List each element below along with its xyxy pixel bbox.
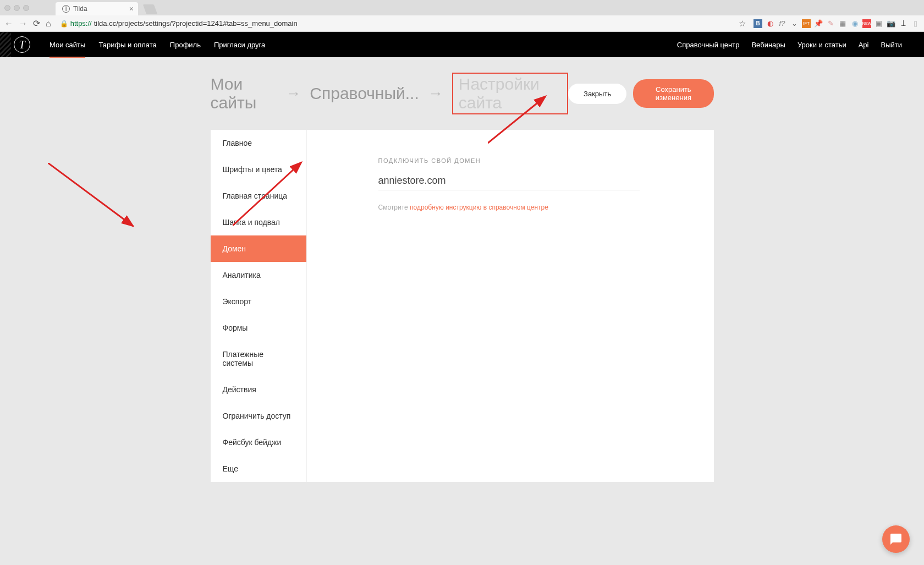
ext-icon-14[interactable]: ▯ [911, 19, 920, 28]
domain-field-label: ПОДКЛЮЧИТЬ СВОЙ ДОМЕН [378, 157, 681, 164]
ext-icon-2[interactable]: ◐ [766, 19, 774, 28]
lock-icon: 🔒 [60, 20, 68, 28]
sidebar-item-more[interactable]: Еще [211, 456, 306, 482]
help-prefix: Смотрите [378, 204, 410, 211]
pinterest-ext-icon[interactable]: 📌 [814, 19, 823, 28]
sidebar-item-restrict[interactable]: Ограничить доступ [211, 403, 306, 429]
forward-button[interactable]: → [19, 19, 28, 29]
vk-ext-icon[interactable]: B [754, 19, 762, 28]
settings-sidebar: Главное Шрифты и цвета Главная страница … [211, 130, 307, 482]
ext-icon-7[interactable]: ✎ [826, 19, 835, 28]
url-bar[interactable]: 🔒 https://tilda.cc/projects/settings/?pr… [57, 19, 733, 28]
header-pattern [0, 32, 11, 57]
nav-webinars[interactable]: Вебинары [751, 41, 785, 49]
settings-panel: Главное Шрифты и цвета Главная страница … [211, 130, 714, 482]
sidebar-item-main[interactable]: Главное [211, 130, 306, 156]
reload-button[interactable]: ⟳ [33, 18, 40, 29]
nav-logout[interactable]: Выйти [881, 41, 903, 49]
nav-my-sites[interactable]: Мои сайты [50, 32, 85, 57]
tab-title: Tilda [73, 5, 87, 13]
sidebar-item-facebook[interactable]: Фейсбук бейджи [211, 429, 306, 456]
breadcrumb-my-sites[interactable]: Мои сайты [211, 75, 277, 112]
traffic-min-icon[interactable] [14, 5, 20, 11]
new-tab-button[interactable] [143, 4, 158, 14]
ext-icon-11[interactable]: ▣ [875, 19, 883, 28]
nav-api[interactable]: Api [859, 41, 869, 49]
breadcrumb-project[interactable]: Справочный... [310, 84, 419, 103]
sidebar-item-header-footer[interactable]: Шапка и подвал [211, 209, 306, 235]
ext-icon-13[interactable]: ⟘ [899, 19, 908, 28]
ext-icon-8[interactable]: ▦ [838, 19, 847, 28]
home-button[interactable]: ⌂ [46, 19, 51, 29]
url-protocol: https:// [70, 19, 92, 28]
nav-help-center[interactable]: Справочный центр [677, 41, 740, 49]
sidebar-item-actions[interactable]: Действия [211, 376, 306, 403]
sidebar-item-fonts[interactable]: Шрифты и цвета [211, 156, 306, 183]
browser-tab[interactable]: T Tilda × [56, 2, 138, 15]
sidebar-item-homepage[interactable]: Главная страница [211, 183, 306, 209]
nav-tutorials[interactable]: Уроки и статьи [798, 41, 846, 49]
chat-button[interactable] [882, 525, 910, 553]
arrow-right-icon: → [285, 85, 301, 102]
content-area: ПОДКЛЮЧИТЬ СВОЙ ДОМЕН Смотрите подробную… [307, 130, 714, 482]
logo-icon: T [14, 36, 30, 53]
page-header: Мои сайты → Справочный... → Настройки са… [211, 73, 714, 114]
url-text: tilda.cc/projects/settings/?projectid=12… [94, 19, 298, 28]
tab-close-icon[interactable]: × [129, 4, 134, 13]
bookmark-star-icon[interactable]: ☆ [739, 19, 746, 29]
breadcrumb: Мои сайты → Справочный... → Настройки са… [211, 73, 569, 114]
browser-tab-bar: T Tilda × [0, 0, 924, 15]
sidebar-item-analytics[interactable]: Аналитика [211, 262, 306, 288]
back-button[interactable]: ← [4, 19, 13, 29]
traffic-max-icon[interactable] [23, 5, 29, 11]
help-link[interactable]: подробную инструкцию в справочном центре [410, 204, 548, 211]
nav-invite[interactable]: Пригласи друга [214, 32, 265, 57]
sidebar-item-domain[interactable]: Домен [211, 235, 306, 262]
pocket-ext-icon[interactable]: ⌄ [790, 19, 799, 28]
sidebar-item-export[interactable]: Экспорт [211, 288, 306, 315]
close-button[interactable]: Закрыть [568, 84, 626, 104]
help-text: Смотрите подробную инструкцию в справочн… [378, 204, 681, 211]
sidebar-item-payments[interactable]: Платежные системы [211, 341, 306, 376]
domain-input[interactable] [378, 172, 640, 190]
chat-icon [889, 533, 903, 546]
breadcrumb-current: Настройки сайта [452, 73, 568, 114]
extension-icons: B ◐ f? ⌄ IFT 📌 ✎ ▦ ◉ NEW ▣ 📷 ⟘ ▯ [754, 19, 920, 28]
nav-profile[interactable]: Профиль [170, 32, 201, 57]
tab-favicon-icon: T [62, 5, 70, 13]
traffic-close-icon[interactable] [4, 5, 10, 11]
nav-pricing[interactable]: Тарифы и оплата [98, 32, 156, 57]
browser-toolbar: ← → ⟳ ⌂ 🔒 https://tilda.cc/projects/sett… [0, 15, 924, 32]
ext-icon-10[interactable]: NEW [862, 19, 871, 28]
sidebar-item-forms[interactable]: Формы [211, 315, 306, 341]
ext-icon-3[interactable]: f? [778, 19, 787, 28]
ext-icon-9[interactable]: ◉ [850, 19, 859, 28]
site-header: T Мои сайты Тарифы и оплата Профиль Приг… [0, 32, 924, 57]
ext-icon-5[interactable]: IFT [802, 19, 811, 28]
camera-ext-icon[interactable]: 📷 [887, 19, 895, 28]
arrow-right-icon: → [428, 85, 443, 102]
save-button[interactable]: Сохранить изменения [633, 79, 713, 108]
